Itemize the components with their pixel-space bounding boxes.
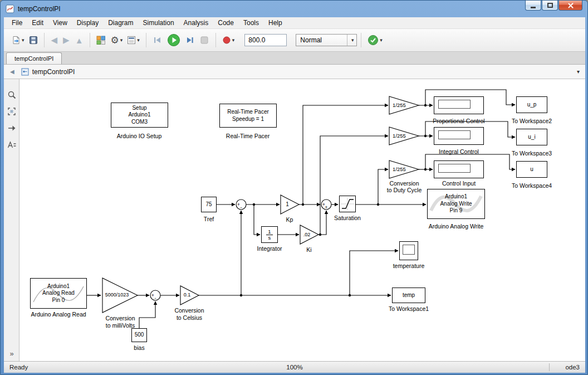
menu-edit[interactable]: Edit [27,18,48,28]
block-text: Arduino1 [47,283,70,290]
simulation-mode-select[interactable]: Normal ▾ [296,34,357,46]
menu-display[interactable]: Display [72,18,103,28]
simulation-stop-time-input[interactable] [244,34,287,46]
model-icon [21,68,29,76]
block-tref-constant[interactable]: 75 [201,197,217,212]
integrator-fraction: 1 s [266,229,272,241]
block-label: to Celsius [177,314,202,321]
minimize-button[interactable] [525,1,541,11]
annotation-button[interactable] [4,138,19,152]
signal-lines: + - + + + - [19,79,585,361]
block-display-integral[interactable] [434,127,484,145]
menu-diagram[interactable]: Diagram [104,18,138,28]
block-label: to Duty Cycle [387,187,422,193]
solver-name[interactable]: ode3 [565,364,580,371]
tab-tempcontrolpi[interactable]: tempControlPI [6,52,62,64]
sum-block-2[interactable]: + + [321,199,331,210]
sum3-bottom-sign: - [155,295,156,301]
menu-view[interactable]: View [48,18,72,28]
record-button[interactable]: ▾ [220,34,237,46]
breadcrumb-dropdown-button[interactable]: ▾ [577,69,580,75]
block-label: Arduino IO Setup [117,133,162,139]
window-title: tempControlPI [18,5,61,13]
block-label: Kp [286,216,293,223]
sum-block-3[interactable]: + - [150,290,160,301]
block-integrator[interactable]: 1 s [261,226,278,243]
toolbar-separator [146,33,146,47]
block-label: To Workspace2 [512,118,552,124]
step-back-button[interactable] [150,34,165,46]
block-label: Arduino Analog Write [429,223,483,230]
step-forward-button[interactable] [183,34,197,46]
menu-code[interactable]: Code [213,18,238,28]
record-caret-icon: ▾ [232,37,235,43]
integrator-numerator: 1 [266,229,272,235]
gain-value: 1/255 [389,102,409,108]
run-button[interactable] [165,32,183,48]
sum-block-1[interactable]: + - [236,199,246,210]
block-real-time-pacer[interactable]: Real-Time Pacer Speedup = 1 [219,104,277,128]
menu-bar: File Edit View Display Diagram Simulatio… [4,17,585,29]
block-to-workspace1[interactable]: temp [392,288,425,303]
maximize-button[interactable] [542,1,558,11]
back-icon: ◀ [51,35,58,45]
block-bias-constant[interactable]: 500 [131,328,147,342]
block-display-control-input[interactable] [434,160,484,178]
model-advisor-button[interactable]: ▾ [365,33,385,47]
block-label: Tref [204,216,214,222]
hide-browser-button[interactable]: ◀ [8,67,17,76]
expand-palette-button[interactable]: » [4,349,19,358]
breadcrumb[interactable]: tempControlPI [32,68,75,76]
block-label: Control Input [442,180,476,187]
block-label: Conversion [105,315,135,322]
toolbar-separator [44,33,45,47]
up-button[interactable]: ▲ [72,36,86,45]
save-button[interactable] [27,34,40,46]
menu-simulation[interactable]: Simulation [139,18,179,28]
model-config-icon [127,36,136,45]
simulink-window: tempControlPI File Edit View Display Dia… [0,0,588,375]
menu-file[interactable]: File [7,18,27,28]
library-browser-button[interactable] [94,34,108,46]
block-to-workspace3[interactable]: u_i [516,129,547,145]
block-scope-temperature[interactable] [399,241,418,260]
block-text: 75 [205,201,212,208]
forward-button[interactable]: ▶ [60,35,72,45]
close-button[interactable] [558,1,582,11]
integrator-denominator: s [268,235,271,241]
model-configuration-button[interactable]: ▾ [125,34,142,46]
palette-sidebar: » [4,79,19,361]
block-arduino-analog-read[interactable]: Arduino1 Analog Read Pin 0 [30,278,87,309]
fit-view-button[interactable] [4,105,19,118]
block-to-workspace4[interactable]: u [516,161,547,178]
block-saturation[interactable] [339,196,356,212]
model-canvas[interactable]: + - + + + - Setup Arduino1 COM3 [19,79,585,361]
collapse-icon: ◀ [10,69,14,75]
toolbar-separator [90,33,90,47]
close-icon [567,2,574,9]
block-text: u_i [528,134,535,141]
stop-button[interactable] [197,34,212,46]
block-label: Conversion [389,180,419,187]
settings-button[interactable]: ⚙ ▾ [108,34,125,47]
sum1-left-sign: + [237,202,240,207]
block-display-proportional[interactable] [434,96,484,114]
back-button[interactable]: ◀ [48,35,61,45]
zoom-button[interactable] [4,88,19,101]
model-config-caret-icon: ▾ [137,37,140,43]
zoom-level: 100% [4,364,585,371]
title-bar[interactable]: tempControlPI [1,1,587,17]
block-arduino-analog-write[interactable]: Arduino1 Analog Write Pin 9 [427,189,485,219]
gain-value: 1/255 [389,166,409,172]
direction-button[interactable] [4,121,19,135]
block-to-workspace2[interactable]: u_p [516,96,547,113]
menu-analysis[interactable]: Analysis [179,18,213,28]
block-text-group: Arduino1 Analog Write Pin 9 [428,189,484,218]
zoom-icon [7,90,17,100]
new-model-button[interactable]: ▾ [9,34,27,46]
mode-dropdown-button[interactable]: ▾ [347,35,356,46]
new-model-icon [12,36,21,45]
menu-help[interactable]: Help [264,18,287,28]
block-arduino-io-setup[interactable]: Setup Arduino1 COM3 [111,103,168,128]
menu-tools[interactable]: Tools [239,18,263,28]
